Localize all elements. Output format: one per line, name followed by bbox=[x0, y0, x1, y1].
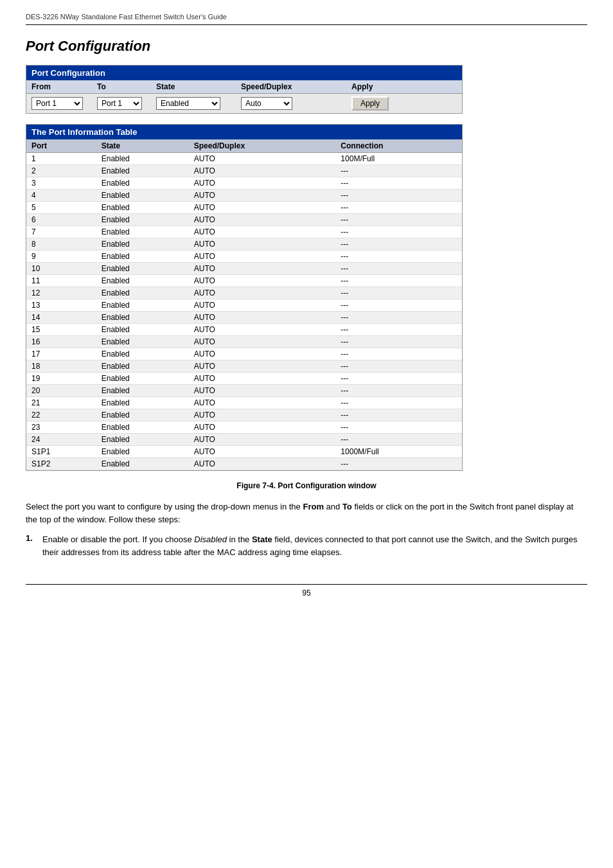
cell-speed: AUTO bbox=[189, 458, 336, 470]
cell-connection: 1000M/Full bbox=[335, 446, 462, 458]
cell-speed: AUTO bbox=[189, 202, 336, 214]
table-row: 12EnabledAUTO--- bbox=[26, 287, 462, 299]
cell-connection: --- bbox=[335, 226, 462, 238]
state-bold: State bbox=[252, 535, 272, 544]
from-select[interactable]: Port 1 Port 2 Port 3 bbox=[31, 97, 83, 110]
cell-state: Enabled bbox=[96, 214, 189, 226]
cell-port: 4 bbox=[26, 190, 96, 202]
table-row: S1P1EnabledAUTO1000M/Full bbox=[26, 446, 462, 458]
step-1: 1. Enable or disable the port. If you ch… bbox=[26, 533, 578, 558]
cell-port: S1P2 bbox=[26, 458, 96, 470]
cell-port: 18 bbox=[26, 360, 96, 373]
cell-port: 17 bbox=[26, 348, 96, 360]
cell-state: Enabled bbox=[96, 190, 189, 202]
table-row: 23EnabledAUTO--- bbox=[26, 421, 462, 434]
cell-state: Enabled bbox=[96, 458, 189, 470]
cell-connection: 100M/Full bbox=[335, 153, 462, 165]
cell-state: Enabled bbox=[96, 238, 189, 251]
cell-connection: --- bbox=[335, 434, 462, 446]
cell-port: 5 bbox=[26, 202, 96, 214]
cell-port: 6 bbox=[26, 214, 96, 226]
config-inputs-row: Port 1 Port 2 Port 3 Port 1 Port 2 Port … bbox=[26, 94, 462, 113]
cell-connection: --- bbox=[335, 299, 462, 312]
cell-speed: AUTO bbox=[189, 275, 336, 287]
page-title: Port Configuration bbox=[26, 38, 587, 55]
col-header-connection: Connection bbox=[335, 139, 462, 153]
table-row: 21EnabledAUTO--- bbox=[26, 397, 462, 409]
cell-speed: AUTO bbox=[189, 190, 336, 202]
cell-connection: --- bbox=[335, 385, 462, 397]
table-row: 19EnabledAUTO--- bbox=[26, 373, 462, 385]
to-select[interactable]: Port 1 Port 2 Port 3 bbox=[97, 97, 142, 110]
table-row: 18EnabledAUTO--- bbox=[26, 360, 462, 373]
cell-state: Enabled bbox=[96, 226, 189, 238]
cell-speed: AUTO bbox=[189, 214, 336, 226]
cell-speed: AUTO bbox=[189, 165, 336, 177]
table-row: 11EnabledAUTO--- bbox=[26, 275, 462, 287]
to-bold: To bbox=[342, 502, 352, 511]
speed-column-header: Speed/Duplex bbox=[241, 82, 344, 91]
table-row: 16EnabledAUTO--- bbox=[26, 336, 462, 348]
cell-port: 23 bbox=[26, 421, 96, 434]
doc-header: DES-3226 NWay Standalone Fast Ethernet S… bbox=[26, 13, 587, 25]
cell-port: 9 bbox=[26, 251, 96, 263]
table-header-row: Port State Speed/Duplex Connection bbox=[26, 139, 462, 153]
cell-connection: --- bbox=[335, 458, 462, 470]
cell-port: 10 bbox=[26, 263, 96, 275]
table-row: 4EnabledAUTO--- bbox=[26, 190, 462, 202]
to-field: Port 1 Port 2 Port 3 bbox=[97, 97, 148, 110]
cell-port: 24 bbox=[26, 434, 96, 446]
cell-speed: AUTO bbox=[189, 385, 336, 397]
cell-speed: AUTO bbox=[189, 421, 336, 434]
port-info-table: Port State Speed/Duplex Connection 1Enab… bbox=[26, 139, 462, 470]
cell-connection: --- bbox=[335, 263, 462, 275]
cell-speed: AUTO bbox=[189, 299, 336, 312]
cell-connection: --- bbox=[335, 324, 462, 336]
cell-state: Enabled bbox=[96, 360, 189, 373]
table-row: 24EnabledAUTO--- bbox=[26, 434, 462, 446]
cell-connection: --- bbox=[335, 421, 462, 434]
cell-port: 21 bbox=[26, 397, 96, 409]
table-row: 9EnabledAUTO--- bbox=[26, 251, 462, 263]
cell-state: Enabled bbox=[96, 385, 189, 397]
step-1-num: 1. bbox=[26, 533, 39, 558]
cell-speed: AUTO bbox=[189, 263, 336, 275]
apply-column-header: Apply bbox=[351, 82, 403, 91]
from-column-header: From bbox=[31, 82, 89, 91]
cell-port: 22 bbox=[26, 409, 96, 421]
cell-speed: AUTO bbox=[189, 360, 336, 373]
cell-connection: --- bbox=[335, 190, 462, 202]
col-header-state: State bbox=[96, 139, 189, 153]
disabled-italic: Disabled bbox=[194, 535, 227, 544]
table-row: 2EnabledAUTO--- bbox=[26, 165, 462, 177]
cell-connection: --- bbox=[335, 336, 462, 348]
cell-state: Enabled bbox=[96, 324, 189, 336]
page-number: 95 bbox=[302, 589, 310, 598]
cell-port: S1P1 bbox=[26, 446, 96, 458]
cell-speed: AUTO bbox=[189, 238, 336, 251]
cell-state: Enabled bbox=[96, 287, 189, 299]
cell-state: Enabled bbox=[96, 348, 189, 360]
cell-state: Enabled bbox=[96, 275, 189, 287]
cell-state: Enabled bbox=[96, 336, 189, 348]
table-row: 17EnabledAUTO--- bbox=[26, 348, 462, 360]
table-row: 10EnabledAUTO--- bbox=[26, 263, 462, 275]
cell-connection: --- bbox=[335, 202, 462, 214]
cell-state: Enabled bbox=[96, 446, 189, 458]
state-select[interactable]: Enabled Disabled bbox=[156, 97, 220, 110]
step-1-text: Enable or disable the port. If you choos… bbox=[42, 533, 578, 558]
cell-port: 11 bbox=[26, 275, 96, 287]
cell-speed: AUTO bbox=[189, 226, 336, 238]
table-row: 15EnabledAUTO--- bbox=[26, 324, 462, 336]
cell-port: 19 bbox=[26, 373, 96, 385]
table-row: 6EnabledAUTO--- bbox=[26, 214, 462, 226]
cell-port: 15 bbox=[26, 324, 96, 336]
speed-select[interactable]: Auto 10M/Half 10M/Full 100M/Half 100M/Fu… bbox=[241, 97, 292, 110]
cell-state: Enabled bbox=[96, 251, 189, 263]
to-column-header: To bbox=[97, 82, 148, 91]
cell-connection: --- bbox=[335, 409, 462, 421]
info-table-header: The Port Information Table bbox=[26, 125, 462, 139]
table-row: 3EnabledAUTO--- bbox=[26, 177, 462, 190]
cell-state: Enabled bbox=[96, 153, 189, 165]
apply-button[interactable]: Apply bbox=[351, 96, 389, 111]
